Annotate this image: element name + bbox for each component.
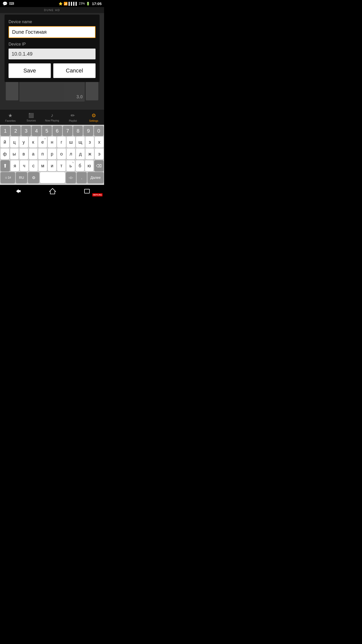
nav-item-playlist[interactable]: ✏ Playlist: [62, 112, 83, 122]
key-ю[interactable]: ю: [85, 160, 94, 171]
app-title: DUNE HD: [44, 9, 60, 12]
key-т[interactable]: т: [57, 160, 66, 171]
signal-icon: ▌▌▌▌: [69, 2, 78, 6]
keyboard-row-3: ⬆ я ч с м и т ьъ б ю ⌫: [1, 160, 104, 171]
save-button[interactable]: Save: [9, 63, 51, 78]
key-arrows[interactable]: ◁▷: [66, 172, 76, 183]
key-п[interactable]: п: [38, 148, 47, 159]
key-enter[interactable]: Далее: [87, 172, 104, 183]
key-я[interactable]: я: [11, 160, 19, 171]
status-right-icons: ⭐ 📶 ▌▌▌▌ 23% 🔋 17:05: [59, 2, 102, 6]
device-ip-input[interactable]: [9, 49, 96, 59]
key-backspace[interactable]: ⌫: [94, 160, 104, 171]
bluetooth-icon: ⭐: [59, 2, 63, 6]
key-ч[interactable]: ч: [20, 160, 28, 171]
nav-item-settings[interactable]: ⚙ Settings: [83, 112, 104, 122]
version-badge: 3.0: [76, 94, 83, 100]
sources-label: Sources: [27, 119, 36, 122]
key-5[interactable]: 5: [42, 126, 52, 136]
key-3[interactable]: 3: [21, 126, 31, 136]
dialog-buttons: Save Cancel: [9, 63, 96, 78]
device-name-input[interactable]: [9, 26, 96, 38]
key-и[interactable]: и: [48, 160, 56, 171]
nav-item-sources[interactable]: ⬛ Sources: [21, 113, 42, 122]
status-bar: 💬 ⌨ ⭐ 📶 ▌▌▌▌ 23% 🔋 17:05: [0, 0, 104, 7]
key-shift[interactable]: ⬆: [1, 160, 10, 171]
battery-percent: 23%: [79, 2, 85, 5]
nav-item-nowplaying[interactable]: ♪ Now Playing: [42, 112, 63, 122]
keyboard-row-1: й ц у к её н г ш щ з х: [1, 137, 104, 148]
key-щ[interactable]: щ: [76, 137, 85, 148]
key-ь[interactable]: ьъ: [66, 160, 75, 171]
keyboard-icon: ⌨: [9, 2, 14, 6]
nowplaying-icon: ♪: [51, 112, 53, 118]
recents-button[interactable]: [83, 188, 90, 194]
key-keyboard-settings[interactable]: ⚙: [28, 172, 39, 183]
key-й[interactable]: й: [1, 137, 9, 148]
key-2[interactable]: 2: [11, 126, 20, 136]
key-lang[interactable]: RU: [16, 172, 27, 183]
playlist-label: Playlist: [69, 119, 77, 122]
key-в[interactable]: в: [19, 148, 28, 159]
keyboard-bottom-row: ☺1# RU ⚙ ◁▷ . Далее: [1, 172, 104, 183]
key-р[interactable]: р: [48, 148, 57, 159]
back-button[interactable]: [14, 188, 22, 194]
key-emoji[interactable]: ☺1#: [1, 172, 15, 183]
key-д[interactable]: д: [76, 148, 85, 159]
system-nav: HDTV.RU: [0, 185, 104, 197]
key-1[interactable]: 1: [1, 126, 10, 136]
key-б[interactable]: б: [76, 160, 84, 171]
status-left-icons: 💬 ⌨: [3, 1, 14, 6]
key-с[interactable]: с: [29, 160, 38, 171]
key-ф[interactable]: ф: [1, 148, 9, 159]
wifi-icon: 📶: [64, 2, 68, 6]
settings-icon: ⚙: [92, 112, 96, 118]
key-8[interactable]: 8: [73, 126, 83, 136]
home-button[interactable]: [49, 188, 56, 194]
device-ip-label: Device IP: [9, 42, 96, 47]
app-area: DUNE HD 3.0 Device name Device IP Save C…: [0, 7, 104, 125]
key-9[interactable]: 9: [83, 126, 93, 136]
device-dialog: Device name Device IP Save Cancel: [5, 15, 100, 82]
key-у[interactable]: у: [19, 137, 28, 148]
key-6[interactable]: 6: [53, 126, 62, 136]
key-м[interactable]: м: [38, 160, 47, 171]
favorites-label: Favorites: [5, 119, 16, 122]
key-г[interactable]: г: [57, 137, 66, 148]
key-о[interactable]: о: [57, 148, 66, 159]
key-ы[interactable]: ы: [10, 148, 19, 159]
nowplaying-label: Now Playing: [45, 119, 59, 122]
key-н[interactable]: н: [48, 137, 57, 148]
hdtv-logo: HDTV.RU: [92, 193, 103, 196]
svg-marker-0: [50, 188, 56, 194]
sources-icon: ⬛: [28, 113, 34, 118]
key-7[interactable]: 7: [63, 126, 72, 136]
device-name-label: Device name: [9, 20, 96, 24]
bottom-nav: ★ Favorites ⬛ Sources ♪ Now Playing ✏ Pl…: [0, 110, 104, 125]
key-ш[interactable]: ш: [67, 137, 75, 148]
key-з[interactable]: з: [85, 137, 94, 148]
key-4[interactable]: 4: [32, 126, 41, 136]
cancel-button[interactable]: Cancel: [53, 63, 96, 78]
key-ж[interactable]: ж: [85, 148, 94, 159]
key-а[interactable]: а: [29, 148, 38, 159]
key-л[interactable]: л: [67, 148, 75, 159]
app-header: DUNE HD: [0, 7, 104, 13]
playlist-icon: ✏: [71, 112, 75, 118]
key-0[interactable]: 0: [94, 126, 104, 136]
keyboard-num-row: 1 2 3 4 5 6 7 8 9 0: [1, 126, 104, 136]
key-э[interactable]: э: [95, 148, 104, 159]
key-ц[interactable]: ц: [10, 137, 19, 148]
favorites-icon: ★: [8, 112, 13, 118]
keyboard-row-2: ф ы в а п р о л д ж э: [1, 148, 104, 159]
keyboard: 1 2 3 4 5 6 7 8 9 0 й ц у к её н г ш щ з…: [0, 125, 104, 185]
key-х[interactable]: х: [95, 137, 104, 148]
key-dot[interactable]: .: [77, 172, 87, 183]
key-е[interactable]: её: [38, 137, 47, 148]
nav-item-favorites[interactable]: ★ Favorites: [0, 112, 21, 122]
key-к[interactable]: к: [29, 137, 38, 148]
key-space[interactable]: [40, 172, 65, 183]
status-time: 17:05: [92, 2, 102, 6]
svg-rect-1: [84, 189, 89, 193]
whatsapp-icon: 💬: [3, 1, 8, 6]
